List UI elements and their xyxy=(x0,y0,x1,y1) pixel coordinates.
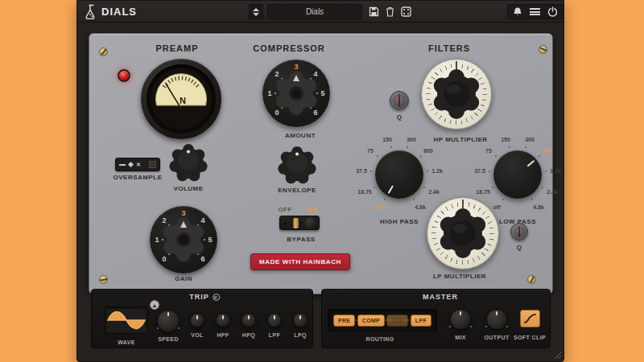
trash-icon[interactable] xyxy=(386,6,394,17)
master-title: MASTER xyxy=(423,293,458,301)
hp-tick: 150 xyxy=(382,137,392,142)
trip-title: TRIP xyxy=(189,293,209,301)
vu-meter-face: N xyxy=(151,68,212,130)
hp-tick: 1.2k xyxy=(431,168,443,174)
trip-sync-icon[interactable]: ✕ xyxy=(213,294,220,301)
wave-display[interactable] xyxy=(105,306,148,334)
lp-multiplier-dial[interactable] xyxy=(427,197,499,269)
flask-logo-icon xyxy=(85,4,98,23)
lp-tick: 300 xyxy=(525,137,535,142)
speed-label: SPEED xyxy=(158,336,179,342)
preset-name[interactable]: Dials xyxy=(306,7,324,16)
volume-indicator-dot xyxy=(187,150,190,154)
bypass-switch[interactable] xyxy=(279,216,320,230)
trip-header: TRIP ✕ xyxy=(189,293,220,301)
low-pass-knob[interactable]: off 18.75 37.5 75 150 300 600 1.2k 2.4k … xyxy=(493,150,542,199)
gain-tick-selected: 3 xyxy=(181,209,185,217)
output-knob[interactable] xyxy=(486,309,507,330)
made-with-hainbach-button[interactable]: MADE WITH HAINBACH xyxy=(250,253,350,270)
output-label: OUTPUT xyxy=(484,335,509,340)
lp-tick: 4.8k xyxy=(533,204,544,210)
high-pass-knob[interactable]: off 18.75 37.5 75 150 300 600 1.2k 2.4k … xyxy=(375,150,423,199)
oversample-switch[interactable]: ✕ xyxy=(115,158,160,171)
bypass-label: BYPASS xyxy=(287,236,315,243)
lp-q-knob[interactable] xyxy=(510,223,528,241)
hp-q-knob[interactable] xyxy=(390,91,409,110)
hp-tick: 37.5 xyxy=(356,168,367,174)
vu-scale-letter: N xyxy=(180,96,186,105)
lp-tick: 37.5 xyxy=(474,168,485,174)
signal-led xyxy=(118,69,130,82)
hp-tick-selected: off xyxy=(375,204,382,210)
trip-hpf-knob[interactable] xyxy=(216,313,230,327)
gain-tick: 5 xyxy=(208,236,212,244)
hp-multiplier-label: HP MULTIPLIER xyxy=(433,136,487,143)
gain-tick: 1 xyxy=(155,236,159,244)
oversample-state-box xyxy=(149,161,156,168)
screw-bottom-right xyxy=(527,275,536,284)
envelope-knob[interactable] xyxy=(276,145,318,190)
save-icon[interactable] xyxy=(369,6,379,17)
soft-clip-button[interactable] xyxy=(520,310,540,327)
lp-tick: 1.2k xyxy=(550,168,561,174)
high-pass-label: HIGH PASS xyxy=(380,218,419,225)
master-header: MASTER xyxy=(423,293,458,301)
preset-up-icon[interactable] xyxy=(253,8,259,11)
trip-lpq-label: LPQ xyxy=(294,332,307,338)
preset-stepper[interactable] xyxy=(249,4,263,19)
bypass-off-label: OFF xyxy=(278,206,291,213)
window-controls xyxy=(507,4,564,19)
oversample-hi-icon: ✕ xyxy=(136,162,141,167)
trip-lpf-label: LPF xyxy=(269,332,280,338)
amount-tick-selected: 3 xyxy=(294,63,298,71)
resize-grip[interactable] xyxy=(555,352,561,359)
hp-tick: 4.8k xyxy=(415,204,426,210)
lp-tick: 150 xyxy=(501,137,510,142)
plugin-window: DIALS Dials xyxy=(76,0,564,362)
speed-knob[interactable] xyxy=(157,310,180,332)
amount-tick: 1 xyxy=(267,89,271,97)
hp-multiplier-dial[interactable] xyxy=(421,59,492,130)
envelope-indicator-dot xyxy=(295,153,299,156)
trip-hpq-knob[interactable] xyxy=(242,313,256,327)
lp-q-label: Q xyxy=(517,244,522,251)
routing-hpf-button[interactable]: HPF xyxy=(386,315,408,327)
wave-label: WAVE xyxy=(118,339,135,345)
power-icon[interactable] xyxy=(547,6,558,17)
amount-tick: 5 xyxy=(320,89,324,97)
titlebar: DIALS Dials xyxy=(77,1,564,23)
metronome-icon[interactable]: ▲ xyxy=(150,300,159,310)
envelope-label: ENVELOPE xyxy=(278,187,316,194)
routing-comp-button[interactable]: COMP xyxy=(357,315,385,327)
gain-knob[interactable]: 0 1 2 3 4 5 6 xyxy=(150,206,217,274)
preset-selector[interactable]: Dials xyxy=(267,4,362,19)
screw-top-left xyxy=(99,47,108,56)
mix-knob[interactable] xyxy=(450,309,471,330)
routing-label: ROUTING xyxy=(365,336,394,342)
trip-vol-knob[interactable] xyxy=(190,313,204,327)
dice-icon[interactable] xyxy=(401,6,411,17)
trip-vol-label: VOL xyxy=(191,332,204,338)
lp-tick: 75 xyxy=(485,148,492,154)
screw-bottom-left xyxy=(99,275,108,284)
oversample-off-icon xyxy=(119,164,126,166)
routing-lpf-button[interactable]: LPF xyxy=(411,315,431,327)
mix-label: MIX xyxy=(455,335,466,340)
trip-lpf-knob[interactable] xyxy=(267,313,282,327)
gain-label: GAIN xyxy=(175,275,192,282)
hp-tick: 600 xyxy=(423,148,433,154)
preset-down-icon[interactable] xyxy=(253,13,259,16)
hp-q-label: Q xyxy=(397,113,402,121)
amount-label: AMOUNT xyxy=(285,132,316,139)
bypass-on-label: ON xyxy=(308,206,318,213)
hp-tick: 2.4k xyxy=(428,189,440,195)
bypass-lever[interactable] xyxy=(293,218,299,228)
oversample-mid-icon xyxy=(128,162,134,167)
menu-icon[interactable] xyxy=(530,8,540,15)
amount-knob[interactable]: 0 1 2 3 4 5 6 xyxy=(262,60,330,127)
trip-lpq-knob[interactable] xyxy=(293,313,308,327)
bell-icon[interactable] xyxy=(513,6,522,17)
master-panel: MASTER PRE COMP HPF LPF ROUTING MIX OUTP… xyxy=(321,289,551,348)
routing-pre-button[interactable]: PRE xyxy=(333,315,355,327)
volume-knob[interactable] xyxy=(167,142,209,187)
